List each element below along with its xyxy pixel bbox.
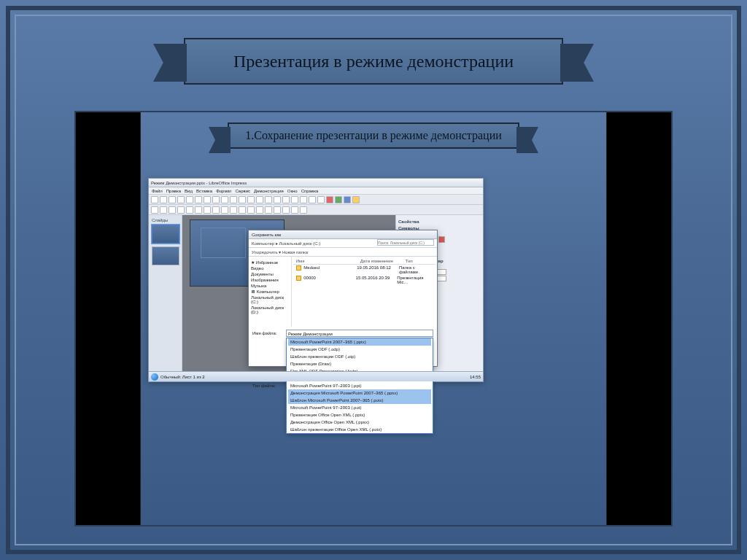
toolbar-button-icon[interactable] [195, 196, 202, 203]
dropdown-option[interactable]: Microsoft PowerPoint 2007–365 (.pptx) [288, 338, 431, 346]
list-item[interactable]: 00000 15.05.2016 20:39 Презентация Mic… [293, 275, 436, 285]
dropdown-option[interactable]: Презентация (Draw) [288, 360, 431, 368]
menu-item[interactable]: Справка [301, 187, 319, 194]
toolbar-button-icon[interactable] [177, 206, 185, 214]
toolbar-button-icon[interactable] [291, 196, 298, 203]
filetype-dropdown[interactable]: Microsoft PowerPoint 2007–365 (.pptx) Пр… [286, 338, 433, 434]
menu-item[interactable]: Вставка [196, 187, 212, 194]
dropdown-option[interactable]: Демонстрация Microsoft PowerPoint 2007–3… [288, 389, 431, 397]
toolbar-button-icon[interactable] [291, 206, 298, 214]
nav-item[interactable]: 🖥 Компьютер [251, 289, 289, 295]
dropdown-option[interactable]: Microsoft PowerPoint 97–2003 (.ppt) [288, 382, 431, 389]
toolbar-button-icon[interactable] [204, 196, 211, 203]
toolbar-button-icon[interactable] [300, 196, 307, 203]
filename-input[interactable]: Режим Демонстрации [286, 330, 433, 337]
nav-item[interactable]: Изображения [251, 277, 289, 283]
organize-button[interactable]: Упорядочить ▾ Новая папка [252, 248, 308, 256]
menu-item[interactable]: Демонстрация [254, 187, 284, 194]
toolbar-button-icon[interactable] [247, 196, 255, 203]
toolbar-button-icon[interactable] [265, 206, 272, 214]
toolbar-button-icon[interactable] [282, 206, 290, 214]
menu-item[interactable]: Формат [216, 187, 231, 194]
file-date: 19.05.2016 08:12 [357, 265, 399, 274]
menu-item[interactable]: Вид [185, 187, 193, 194]
dropdown-option[interactable]: Шаблон презентации Office Open XML (.pot… [288, 426, 431, 433]
nav-item[interactable]: Документы [251, 271, 289, 277]
toolbar-button-icon[interactable] [230, 196, 237, 203]
dropdown-option[interactable]: Презентация Office Open XML (.pptx) [288, 411, 431, 419]
app-titlebar: Режим Демонстрации.pptx - LibreOffice Im… [149, 179, 483, 187]
nav-item[interactable]: Музыка [251, 283, 289, 289]
app-toolbar-row-1 [149, 195, 483, 205]
dropdown-option[interactable]: Презентация ODF (.odp) [288, 346, 431, 353]
toolbar-button-icon[interactable] [186, 206, 193, 214]
toolbar-button-icon[interactable] [169, 206, 176, 214]
toolbar-button-icon[interactable] [274, 196, 281, 203]
slide-editor[interactable]: Сохранить как Компьютер ▸ Локальный диск… [182, 215, 395, 371]
color-swatch-icon[interactable] [438, 236, 445, 243]
toolbar-button-icon[interactable] [151, 206, 158, 214]
toolbar-button-icon[interactable] [169, 196, 176, 203]
toolbar-button-icon[interactable] [274, 206, 281, 214]
outer-slide-frame: Презентация в режиме демонстрации 1.Сохр… [6, 6, 741, 554]
app-body: Слайды Сохранить как Компьютер ▸ Локальн… [149, 215, 483, 371]
dropdown-option[interactable]: Шаблон Microsoft PowerPoint 2007–365 (.p… [288, 397, 431, 404]
toolbar-button-icon[interactable] [247, 206, 255, 214]
file-name: Medoed [303, 265, 357, 274]
filename-label: Имя файла: [252, 331, 286, 335]
ribbon-left-icon [209, 127, 231, 153]
toolbar-button-icon[interactable] [309, 196, 316, 203]
slide-thumbnail[interactable] [152, 225, 179, 244]
toolbar-button-icon[interactable] [256, 206, 263, 214]
menu-item[interactable]: Правка [166, 187, 181, 194]
nav-item[interactable]: Видео [251, 265, 289, 271]
toolbar-button-icon[interactable] [177, 196, 185, 203]
list-item[interactable]: Medoed 19.05.2016 08:12 Папка с файлами [293, 265, 436, 275]
toolbar-button-icon[interactable] [230, 206, 237, 214]
windows-taskbar[interactable]: Обычный: Лист 1 из 2 14:55 [149, 371, 483, 381]
menu-item[interactable]: Сервис [236, 187, 251, 194]
file-icon [296, 276, 301, 281]
toolbar-button-icon[interactable] [300, 206, 307, 214]
file-type: Презентация Mic… [397, 276, 433, 284]
toolbar-button-icon[interactable] [212, 196, 220, 203]
toolbar-button-icon[interactable] [186, 196, 193, 203]
nav-item[interactable]: Локальный диск (C:) [251, 295, 289, 305]
dropdown-option[interactable]: Microsoft PowerPoint 97–2003 (.pot) [288, 404, 431, 411]
dialog-nav-tree[interactable]: ★ Избранное Видео Документы Изображения … [249, 257, 292, 327]
inner-slide-frame: Презентация в режиме демонстрации 1.Сохр… [15, 15, 732, 545]
toolbar-button-icon[interactable] [160, 206, 167, 214]
dialog-fields: Имя файла: Режим Демонстрации Тип файла:… [249, 327, 437, 437]
toolbar-button-icon[interactable] [239, 196, 246, 203]
start-button-icon[interactable] [151, 373, 158, 381]
toolbar-button-icon[interactable] [265, 196, 272, 203]
col-date[interactable]: Дата изменения [357, 258, 403, 264]
col-type[interactable]: Тип [403, 258, 416, 264]
toolbar-button-icon[interactable] [160, 196, 167, 203]
toolbar-button-icon[interactable] [335, 196, 342, 203]
toolbar-button-icon[interactable] [326, 196, 333, 203]
nav-item[interactable]: Локальный диск (D:) [251, 305, 289, 315]
nav-item[interactable]: ★ Избранное [251, 259, 289, 265]
menu-item[interactable]: Файл [152, 187, 163, 194]
slide-thumbnail[interactable] [152, 246, 179, 265]
toolbar-button-icon[interactable] [317, 196, 325, 203]
toolbar-button-icon[interactable] [204, 206, 211, 214]
toolbar-button-icon[interactable] [151, 196, 158, 203]
search-input[interactable] [377, 239, 434, 246]
toolbar-button-icon[interactable] [195, 206, 202, 214]
breadcrumb[interactable]: Компьютер ▸ Локальный диск (C:) [252, 239, 320, 247]
toolbar-button-icon[interactable] [256, 196, 263, 203]
toolbar-button-icon[interactable] [239, 206, 246, 214]
col-name[interactable]: Имя [293, 258, 357, 264]
app-menubar[interactable]: Файл Правка Вид Вставка Формат Сервис Де… [149, 187, 483, 195]
dropdown-option[interactable]: Шаблон презентации ODF (.otp) [288, 353, 431, 360]
menu-item[interactable]: Окно [287, 187, 298, 194]
toolbar-button-icon[interactable] [212, 206, 220, 214]
toolbar-button-icon[interactable] [221, 206, 228, 214]
toolbar-button-icon[interactable] [221, 196, 228, 203]
toolbar-button-icon[interactable] [282, 196, 290, 203]
toolbar-button-icon[interactable] [352, 196, 360, 203]
dropdown-option[interactable]: Демонстрация Office Open XML (.ppsx) [288, 419, 431, 426]
toolbar-button-icon[interactable] [344, 196, 351, 203]
